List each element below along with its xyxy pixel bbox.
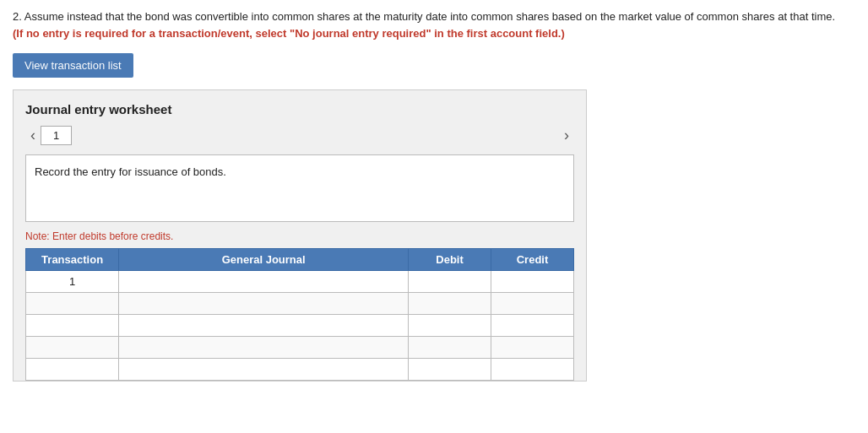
debit-cell[interactable]	[409, 271, 491, 293]
general-journal-input[interactable]	[124, 363, 403, 376]
general-journal-cell[interactable]	[119, 315, 409, 337]
view-transaction-list-button[interactable]: View transaction list	[13, 53, 133, 78]
transaction-cell	[26, 337, 119, 359]
intro-number: 2.	[13, 10, 22, 23]
note-text: Note: Enter debits before credits.	[25, 230, 574, 242]
table-row: 1	[26, 271, 574, 293]
debit-cell[interactable]	[409, 293, 491, 315]
credit-input[interactable]	[496, 275, 568, 288]
worksheet-title: Journal entry worksheet	[25, 102, 574, 116]
tab-navigation: ‹ 1 ›	[25, 125, 574, 146]
general-journal-input[interactable]	[124, 341, 403, 354]
credit-input[interactable]	[496, 319, 568, 332]
table-row	[26, 337, 574, 359]
intro-main-text-content: Assume instead that the bond was convert…	[24, 10, 835, 23]
general-journal-input[interactable]	[124, 275, 403, 288]
debit-cell[interactable]	[409, 337, 491, 359]
debit-cell[interactable]	[409, 315, 491, 337]
debit-input[interactable]	[414, 341, 486, 354]
table-header-row: Transaction General Journal Debit Credit	[26, 249, 574, 271]
debit-input[interactable]	[414, 319, 486, 332]
transaction-cell	[26, 293, 119, 315]
col-general-journal: General Journal	[119, 249, 409, 271]
transaction-cell	[26, 315, 119, 337]
general-journal-cell[interactable]	[119, 359, 409, 381]
credit-cell[interactable]	[491, 293, 574, 315]
table-row	[26, 359, 574, 381]
general-journal-cell[interactable]	[119, 293, 409, 315]
credit-cell[interactable]	[491, 359, 574, 381]
col-credit: Credit	[491, 249, 574, 271]
journal-table: Transaction General Journal Debit Credit…	[25, 248, 574, 381]
credit-cell[interactable]	[491, 337, 574, 359]
general-journal-cell[interactable]	[119, 337, 409, 359]
debit-cell[interactable]	[409, 359, 491, 381]
transaction-cell: 1	[26, 271, 119, 293]
credit-cell[interactable]	[491, 315, 574, 337]
journal-entry-worksheet: Journal entry worksheet ‹ 1 › Record the…	[13, 89, 587, 382]
col-transaction: Transaction	[26, 249, 119, 271]
transaction-description: Record the entry for issuance of bonds.	[25, 154, 574, 222]
general-journal-input[interactable]	[124, 297, 403, 310]
debit-input[interactable]	[414, 275, 486, 288]
debit-input[interactable]	[414, 363, 486, 376]
debit-input[interactable]	[414, 297, 486, 310]
intro-paragraph: 2. Assume instead that the bond was conv…	[13, 8, 840, 41]
credit-cell[interactable]	[491, 271, 574, 293]
table-row	[26, 293, 574, 315]
current-tab: 1	[41, 126, 72, 145]
next-tab-button[interactable]: ›	[559, 125, 574, 146]
intro-bold-red: (If no entry is required for a transacti…	[13, 27, 565, 40]
general-journal-input[interactable]	[124, 319, 403, 332]
credit-input[interactable]	[496, 297, 568, 310]
transaction-cell	[26, 359, 119, 381]
table-row	[26, 315, 574, 337]
general-journal-cell[interactable]	[119, 271, 409, 293]
credit-input[interactable]	[496, 363, 568, 376]
prev-tab-button[interactable]: ‹	[25, 125, 41, 146]
col-debit: Debit	[409, 249, 491, 271]
credit-input[interactable]	[496, 341, 568, 354]
